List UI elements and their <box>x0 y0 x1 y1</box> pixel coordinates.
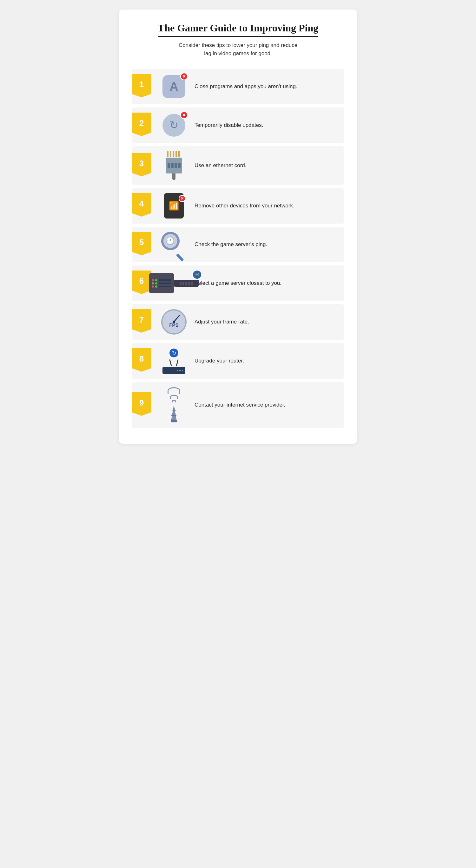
tip-item-1: 1 A ✕ Close programs and apps you aren't… <box>132 69 344 104</box>
gamepad-badge: 🎮 <box>192 270 202 279</box>
phone-red-x: ✕ <box>179 195 186 202</box>
tip-item-2: 2 ↻ ✕ Temporarily disable updates. <box>132 107 344 143</box>
tip-text-9: Contact your internet service provider. <box>191 401 285 409</box>
router-body <box>162 367 185 374</box>
tip-item-6: 6 <box>132 266 344 301</box>
server-bottom <box>174 280 199 287</box>
tip-icon-4: 📶 ✕ <box>156 193 191 218</box>
tip-item-3: 3 Use an etherne <box>132 146 344 185</box>
tip-number-wrap-3: 3 <box>132 153 153 178</box>
tip-icon-8: ↻ <box>156 348 191 374</box>
app-icon: A ✕ <box>162 75 185 98</box>
tip-icon-3 <box>156 151 191 180</box>
tip-text-1: Close programs and apps you aren't using… <box>191 83 297 90</box>
ethernet-cable <box>172 174 176 180</box>
server-body <box>149 273 174 293</box>
magnifier-handle <box>176 253 184 261</box>
router-upgrade-icon: ↻ <box>162 348 185 374</box>
red-x-badge-2: ✕ <box>180 111 188 119</box>
ethernet-icon <box>166 151 182 180</box>
page-subtitle: Consider these tips to lower your ping a… <box>132 41 344 57</box>
tip-flag-6: 6 <box>132 271 151 294</box>
header: The Gamer Guide to Improving Ping Consid… <box>132 22 344 57</box>
main-card: The Gamer Guide to Improving Ping Consid… <box>119 9 357 444</box>
tip-text-3: Use an ethernet cord. <box>191 162 246 169</box>
tip-item-8: 8 ↻ Upgrade your router. <box>132 343 344 379</box>
tip-item-9: 9 Contact y <box>132 382 344 428</box>
tip-icon-2: ↻ ✕ <box>156 114 191 137</box>
tip-number-1: 1 <box>139 80 144 92</box>
tip-flag-2: 2 <box>132 113 151 136</box>
phone-icon: 📶 ✕ <box>164 193 184 218</box>
tip-number-9: 9 <box>139 398 144 410</box>
tip-item-4: 4 📶 ✕ Remove other devices from your net… <box>132 188 344 224</box>
ping-check-icon: 🕐 <box>161 232 187 257</box>
tip-number-wrap-4: 4 <box>132 193 153 218</box>
update-disable-icon: ↻ ✕ <box>162 114 185 137</box>
device-remove-icon: 📶 ✕ <box>164 193 184 218</box>
app-close-icon: A ✕ <box>162 75 185 98</box>
tip-icon-7: FPS <box>156 309 191 335</box>
update-circle: ↻ ✕ <box>162 114 185 137</box>
tip-number-wrap-9: 9 <box>132 392 153 418</box>
tip-flag-4: 4 <box>132 193 151 217</box>
tip-number-wrap-8: 8 <box>132 348 153 374</box>
tip-text-7: Adjust your frame rate. <box>191 318 249 326</box>
tip-number-2: 2 <box>139 118 144 131</box>
tip-text-2: Temporarily disable updates. <box>191 121 263 129</box>
server-select-icon: 🎮 <box>149 273 199 293</box>
tips-list: 1 A ✕ Close programs and apps you aren't… <box>132 69 344 428</box>
ethernet-pins <box>167 151 181 157</box>
tip-flag-3: 3 <box>132 153 151 176</box>
tip-number-wrap-2: 2 <box>132 113 153 138</box>
tip-number-3: 3 <box>139 159 144 171</box>
tip-number-7: 7 <box>139 315 144 327</box>
tip-item-5: 5 🕐 Check the game server's ping. <box>132 227 344 262</box>
tip-flag-1: 1 <box>132 74 151 97</box>
tip-item-7: 7 FPS Adjust your frame rate. <box>132 304 344 340</box>
tip-icon-1: A ✕ <box>156 75 191 98</box>
tip-number-4: 4 <box>139 199 144 211</box>
tip-flag-5: 5 <box>132 232 151 255</box>
tip-flag-7: 7 <box>132 309 151 333</box>
ethernet-body <box>166 158 182 174</box>
tip-flag-8: 8 <box>132 348 151 372</box>
page-title: The Gamer Guide to Improving Ping <box>158 22 318 37</box>
tip-number-8: 8 <box>139 354 144 366</box>
tip-text-5: Check the game server's ping. <box>191 241 267 248</box>
tip-flag-9: 9 <box>132 392 151 416</box>
tip-text-6: Select a game server closest to you. <box>191 279 281 287</box>
fps-label: FPS <box>169 322 178 328</box>
tower-svg <box>165 404 183 423</box>
tip-icon-9 <box>156 387 191 423</box>
tip-text-4: Remove other devices from your network. <box>191 202 295 210</box>
red-x-badge-1: ✕ <box>180 73 188 80</box>
svg-rect-3 <box>171 420 177 423</box>
tip-icon-6: 🎮 <box>156 273 191 293</box>
tip-number-wrap-1: 1 <box>132 74 153 99</box>
router-refresh-badge: ↻ <box>169 348 179 358</box>
tip-number-5: 5 <box>139 238 144 250</box>
tip-text-8: Upgrade your router. <box>191 357 244 365</box>
tip-number-6: 6 <box>139 276 144 288</box>
isp-tower-icon <box>165 387 183 423</box>
magnifier-ring <box>161 232 180 250</box>
tip-number-wrap-7: 7 <box>132 309 153 335</box>
tip-icon-5: 🕐 <box>156 232 191 257</box>
svg-marker-0 <box>171 406 176 421</box>
fps-meter-icon: FPS <box>161 309 187 335</box>
tip-number-wrap-5: 5 <box>132 232 153 257</box>
